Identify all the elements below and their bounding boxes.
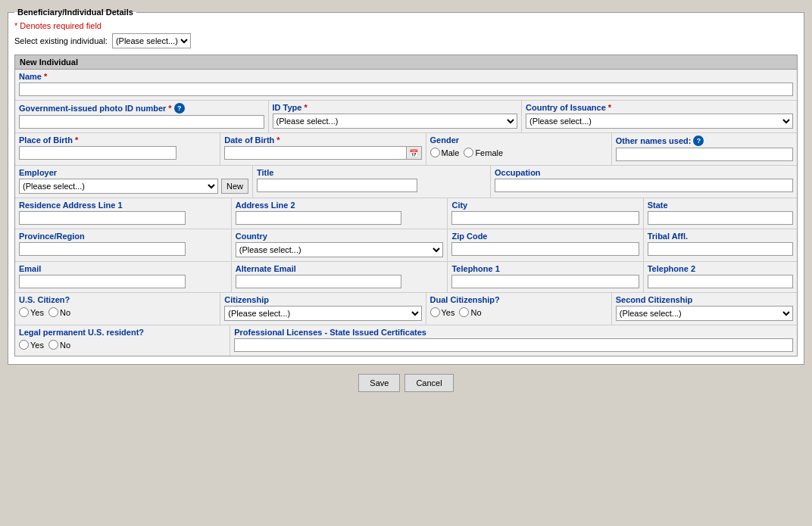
us-citizen-yes-radio[interactable] <box>19 307 29 317</box>
us-citizen-yes-label[interactable]: Yes <box>19 307 44 317</box>
save-button[interactable]: Save <box>358 374 400 392</box>
zip-label: Zip Code <box>451 232 639 241</box>
calendar-icon[interactable]: 📅 <box>407 146 422 160</box>
employer-select[interactable]: (Please select...) <box>19 179 218 194</box>
second-citizenship-select[interactable]: (Please select...) <box>616 306 793 321</box>
citizenship-label: Citizenship <box>224 295 421 304</box>
tribal-input[interactable] <box>648 242 793 256</box>
alt-email-cell: Alternate Email <box>232 262 448 292</box>
email-cell: Email <box>15 262 232 292</box>
alt-email-label: Alternate Email <box>236 264 444 273</box>
addr2-input[interactable] <box>236 211 402 225</box>
province-row: Province/Region Country (Please select..… <box>15 229 797 262</box>
gov-id-label: Government-issued photo ID number * ? <box>19 103 264 114</box>
prof-licenses-cell: Professional Licenses - State Issued Cer… <box>230 325 797 356</box>
address1-row: Residence Address Line 1 Address Line 2 … <box>15 198 797 229</box>
date-birth-label: Date of Birth * <box>224 135 421 145</box>
citizenship-select[interactable]: (Please select...) <box>224 306 421 321</box>
place-birth-label: Place of Birth * <box>19 135 216 145</box>
birth-row: Place of Birth * Date of Birth * 📅 <box>15 133 797 166</box>
state-cell: State <box>644 198 797 229</box>
cancel-button[interactable]: Cancel <box>404 374 453 392</box>
gender-male-radio[interactable] <box>430 148 440 157</box>
dual-citizen-radio-group: Yes No <box>430 307 607 317</box>
country-select[interactable]: (Please select...) <box>236 242 444 257</box>
dual-citizen-no-radio[interactable] <box>459 307 469 317</box>
gender-male-label[interactable]: Male <box>430 148 460 157</box>
occupation-label: Occupation <box>495 168 793 177</box>
date-birth-input[interactable] <box>224 146 406 160</box>
state-label: State <box>648 201 793 210</box>
tel1-cell: Telephone 1 <box>448 262 643 292</box>
addr1-input[interactable] <box>19 211 186 225</box>
other-names-info-icon[interactable]: ? <box>693 135 704 146</box>
gov-id-input[interactable] <box>19 115 264 129</box>
title-input[interactable] <box>257 179 417 192</box>
country-cell: Country (Please select...) <box>232 229 448 261</box>
country-label: Country <box>236 232 444 241</box>
legal-resident-yes-radio[interactable] <box>19 340 29 350</box>
gender-female-radio[interactable] <box>464 148 473 157</box>
title-cell: Title <box>253 166 491 198</box>
second-citizenship-cell: Second Citizenship (Please select...) <box>612 293 797 325</box>
us-citizen-cell: U.S. Citizen? Yes No <box>15 293 220 325</box>
name-row: Name * <box>15 70 797 101</box>
second-citizenship-label: Second Citizenship <box>616 295 793 304</box>
prof-licenses-label: Professional Licenses - State Issued Cer… <box>234 328 793 337</box>
dual-citizen-yes-label[interactable]: Yes <box>430 307 455 317</box>
place-birth-cell: Place of Birth * <box>15 133 220 165</box>
tel2-input[interactable] <box>648 275 793 288</box>
id-type-select[interactable]: (Please select...) <box>273 114 518 129</box>
form-container: New Individual Name * Government-issued … <box>14 54 798 356</box>
citizenship-row: U.S. Citizen? Yes No <box>15 293 797 325</box>
legal-resident-no-label[interactable]: No <box>48 340 70 350</box>
province-label: Province/Region <box>19 232 227 241</box>
us-citizen-no-label[interactable]: No <box>48 307 70 317</box>
beneficiary-fieldset: Beneficiary/Individual Details * Denotes… <box>8 8 804 365</box>
tribal-label: Tribal Affl. <box>648 232 793 241</box>
dual-citizen-yes-radio[interactable] <box>430 307 440 317</box>
us-citizen-radio-group: Yes No <box>19 307 216 317</box>
city-input[interactable] <box>451 211 639 225</box>
legal-resident-yes-label[interactable]: Yes <box>19 340 44 350</box>
date-birth-cell: Date of Birth * 📅 <box>220 133 426 165</box>
prof-licenses-input[interactable] <box>234 338 793 352</box>
legal-resident-no-radio[interactable] <box>48 340 58 350</box>
province-input[interactable] <box>19 242 186 256</box>
addr2-label: Address Line 2 <box>236 201 444 210</box>
email-row: Email Alternate Email Telephone 1 <box>15 262 797 293</box>
gender-female-label[interactable]: Female <box>464 148 503 157</box>
dual-citizen-no-label[interactable]: No <box>459 307 481 317</box>
us-citizen-label: U.S. Citizen? <box>19 295 216 304</box>
us-citizen-no-radio[interactable] <box>48 307 58 317</box>
employer-new-button[interactable]: New <box>221 179 248 194</box>
gov-id-row: Government-issued photo ID number * ? ID… <box>15 101 797 133</box>
alt-email-input[interactable] <box>236 275 402 288</box>
state-input[interactable] <box>648 211 793 225</box>
country-issuance-select[interactable]: (Please select...) <box>526 114 793 129</box>
gender-radio-group: Male Female <box>430 148 607 157</box>
occupation-cell: Occupation <box>491 166 797 198</box>
employer-row: Employer (Please select...) New Title <box>15 166 797 198</box>
name-input[interactable] <box>19 82 793 96</box>
legal-resident-radio-group: Yes No <box>19 340 226 350</box>
fieldset-legend: Beneficiary/Individual Details <box>14 8 136 17</box>
tel1-input[interactable] <box>451 275 639 288</box>
name-cell: Name * <box>15 70 797 100</box>
occupation-input[interactable] <box>495 179 793 192</box>
id-type-label: ID Type * <box>273 103 518 112</box>
other-names-label: Other names used: ? <box>616 135 793 146</box>
city-cell: City <box>448 198 643 229</box>
gov-id-info-icon[interactable]: ? <box>174 103 185 114</box>
place-birth-input[interactable] <box>19 146 176 160</box>
gov-id-cell: Government-issued photo ID number * ? <box>15 101 269 132</box>
country-issuance-cell: Country of Issuance * (Please select...) <box>522 101 797 132</box>
select-existing-dropdown[interactable]: (Please select...) <box>112 33 191 48</box>
gender-label: Gender <box>430 135 607 145</box>
zip-input[interactable] <box>451 242 639 256</box>
addr1-label: Residence Address Line 1 <box>19 201 227 210</box>
tel2-label: Telephone 2 <box>648 264 793 273</box>
legal-resident-label: Legal permanent U.S. resident? <box>19 328 226 337</box>
other-names-input[interactable] <box>616 148 793 161</box>
email-input[interactable] <box>19 275 186 288</box>
